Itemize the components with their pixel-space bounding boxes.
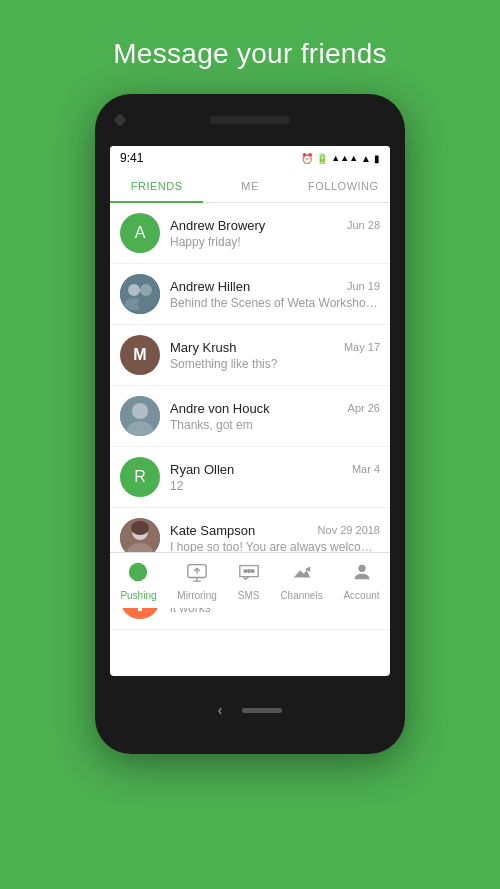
- message-preview: 12: [170, 479, 380, 493]
- nav-label-account: Account: [343, 590, 379, 601]
- contact-name: Andre von Houck: [170, 401, 270, 416]
- svg-point-20: [247, 569, 250, 572]
- message-header: Andrew Browery Jun 28: [170, 218, 380, 233]
- camera: [115, 115, 125, 125]
- nav-label-sms: SMS: [238, 590, 260, 601]
- svg-point-11: [131, 521, 149, 535]
- phone-mockup: 9:41 ⏰ 🔋 ▲▲▲ ▲ ▮ FRIENDS ME FOLLOWING: [95, 94, 405, 754]
- message-preview: Something like this?: [170, 357, 380, 371]
- nav-gesture-bar: ‹: [218, 696, 283, 724]
- nav-item-account[interactable]: Account: [343, 561, 379, 601]
- mirror-icon-svg: [186, 561, 208, 583]
- message-content: Ryan Ollen Mar 4 12: [170, 462, 380, 493]
- back-chevron-icon[interactable]: ‹: [218, 702, 223, 718]
- avatar-group-svg: [120, 274, 160, 314]
- phone-screen: 9:41 ⏰ 🔋 ▲▲▲ ▲ ▮ FRIENDS ME FOLLOWING: [110, 146, 390, 676]
- phone-body: 9:41 ⏰ 🔋 ▲▲▲ ▲ ▮ FRIENDS ME FOLLOWING: [95, 94, 405, 754]
- mirror-icon: [186, 561, 208, 588]
- nav-item-sms[interactable]: SMS: [238, 561, 260, 601]
- page-title: Message your friends: [113, 38, 387, 70]
- svg-point-6: [132, 403, 148, 419]
- tabs-bar: FRIENDS ME FOLLOWING: [110, 170, 390, 203]
- message-content: Andrew Hillen Jun 19 Behind the Scenes o…: [170, 279, 380, 310]
- nav-label-channels: Channels: [280, 590, 322, 601]
- message-header: Ryan Ollen Mar 4: [170, 462, 380, 477]
- message-header: Andrew Hillen Jun 19: [170, 279, 380, 294]
- message-preview: Thanks, got em: [170, 418, 380, 432]
- message-content: Kate Sampson Nov 29 2018 I hope so too! …: [170, 523, 380, 554]
- nav-item-channels[interactable]: Channels: [280, 561, 322, 601]
- status-icons: ⏰ 🔋 ▲▲▲ ▲ ▮: [301, 153, 380, 164]
- phone-bottom: ‹: [95, 676, 405, 744]
- message-header: Kate Sampson Nov 29 2018: [170, 523, 380, 538]
- svg-point-4: [137, 298, 155, 310]
- message-content: Andrew Browery Jun 28 Happy friday!: [170, 218, 380, 249]
- battery-icon: ▮: [374, 153, 380, 164]
- svg-point-23: [358, 564, 365, 571]
- message-date: Nov 29 2018: [318, 524, 380, 536]
- message-content: Mary Krush May 17 Something like this?: [170, 340, 380, 371]
- svg-point-14: [129, 562, 147, 580]
- svg-point-2: [140, 284, 152, 296]
- message-date: Apr 26: [348, 402, 380, 414]
- signal-icon: ▲▲▲: [331, 153, 358, 163]
- message-date: Mar 4: [352, 463, 380, 475]
- push-icon-svg: [127, 561, 149, 583]
- channels-icon-svg: [291, 561, 313, 583]
- message-date: Jun 28: [347, 219, 380, 231]
- nav-label-mirroring: Mirroring: [177, 590, 216, 601]
- push-icon: [127, 561, 149, 588]
- message-preview: Behind the Scenes of Weta Workshop's 'I …: [170, 296, 380, 310]
- avatar: A: [120, 213, 160, 253]
- list-item[interactable]: M Mary Krush May 17 Something like this?: [110, 325, 390, 386]
- status-bar: 9:41 ⏰ 🔋 ▲▲▲ ▲ ▮: [110, 146, 390, 170]
- phone-top-bar: [95, 94, 405, 146]
- list-item[interactable]: R Ryan Ollen Mar 4 12: [110, 447, 390, 508]
- battery-saver-icon: 🔋: [316, 153, 328, 164]
- speaker: [210, 116, 290, 124]
- nav-item-mirroring[interactable]: Mirroring: [177, 561, 216, 601]
- list-item[interactable]: Andre von Houck Apr 26 Thanks, got em: [110, 386, 390, 447]
- list-item[interactable]: Andrew Hillen Jun 19 Behind the Scenes o…: [110, 264, 390, 325]
- message-date: Jun 19: [347, 280, 380, 292]
- contact-name: Kate Sampson: [170, 523, 255, 538]
- avatar: [120, 274, 160, 314]
- svg-marker-22: [304, 566, 310, 572]
- contact-name: Andrew Hillen: [170, 279, 250, 294]
- status-time: 9:41: [120, 151, 143, 165]
- wifi-icon: ▲: [361, 153, 371, 164]
- avatar: [120, 396, 160, 436]
- screen-content: 9:41 ⏰ 🔋 ▲▲▲ ▲ ▮ FRIENDS ME FOLLOWING: [110, 146, 390, 676]
- tab-me[interactable]: ME: [203, 170, 296, 202]
- list-item[interactable]: A Andrew Browery Jun 28 Happy friday!: [110, 203, 390, 264]
- nav-label-pushing: Pushing: [120, 590, 156, 601]
- svg-point-19: [244, 569, 247, 572]
- message-header: Mary Krush May 17: [170, 340, 380, 355]
- bottom-nav: Pushing Mirro: [110, 552, 390, 608]
- avatar-person-svg: [120, 396, 160, 436]
- home-pill[interactable]: [242, 708, 282, 713]
- message-content: Andre von Houck Apr 26 Thanks, got em: [170, 401, 380, 432]
- tab-friends[interactable]: FRIENDS: [110, 170, 203, 202]
- contact-name: Mary Krush: [170, 340, 236, 355]
- nav-item-pushing[interactable]: Pushing: [120, 561, 156, 601]
- alarm-icon: ⏰: [301, 153, 313, 164]
- svg-point-1: [128, 284, 140, 296]
- message-preview: Happy friday!: [170, 235, 380, 249]
- message-header: Andre von Houck Apr 26: [170, 401, 380, 416]
- account-icon: [351, 561, 373, 588]
- message-date: May 17: [344, 341, 380, 353]
- contact-name: Ryan Ollen: [170, 462, 234, 477]
- channels-icon: [291, 561, 313, 588]
- sms-icon-svg: [238, 561, 260, 583]
- svg-point-21: [251, 569, 254, 572]
- tab-following[interactable]: FOLLOWING: [297, 170, 390, 202]
- sms-icon: [238, 561, 260, 588]
- account-icon-svg: [351, 561, 373, 583]
- avatar: R: [120, 457, 160, 497]
- avatar: M: [120, 335, 160, 375]
- contact-name: Andrew Browery: [170, 218, 265, 233]
